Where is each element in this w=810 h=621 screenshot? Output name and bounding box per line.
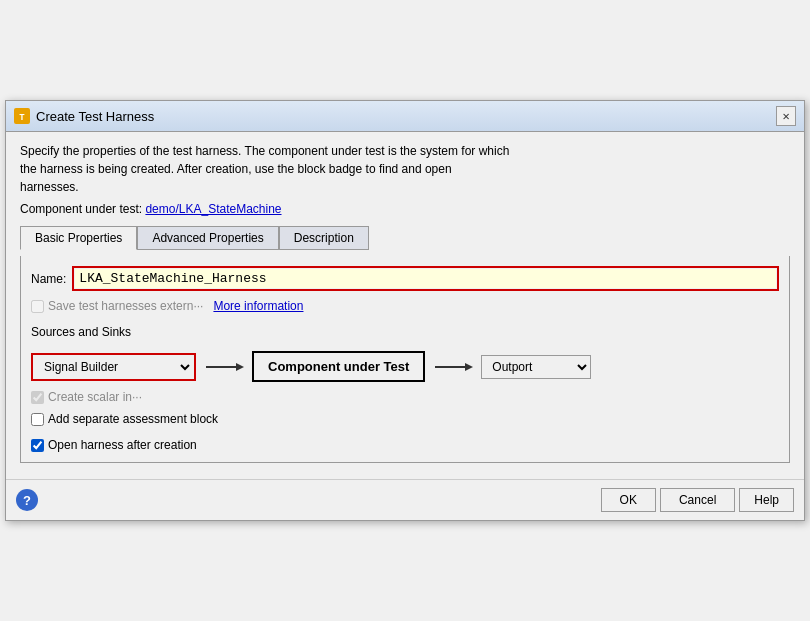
svg-text:T: T [19, 113, 25, 123]
save-label-text: Save test harnesses extern··· [48, 299, 203, 313]
close-button[interactable]: ✕ [776, 106, 796, 126]
sources-sinks-row: Signal Builder Simulink Design Verifier … [31, 351, 779, 382]
save-checkbox[interactable] [31, 300, 44, 313]
create-scalar-text: Create scalar in··· [48, 390, 142, 404]
add-separate-row: Add separate assessment block [31, 412, 779, 426]
tab-advanced-properties[interactable]: Advanced Properties [137, 226, 278, 250]
arrow-to-component [204, 357, 244, 377]
open-harness-text: Open harness after creation [48, 438, 197, 452]
tab-description[interactable]: Description [279, 226, 369, 250]
help-button[interactable]: Help [739, 488, 794, 512]
component-line: Component under test: demo/LKA_StateMach… [20, 202, 790, 216]
bottom-bar: ? OK Cancel Help [6, 479, 804, 520]
open-harness-label-wrapper[interactable]: Open harness after creation [31, 438, 197, 452]
name-row: Name: [31, 266, 779, 291]
sources-sinks-label: Sources and Sinks [31, 325, 779, 339]
bottom-buttons: OK Cancel Help [601, 488, 794, 512]
outport-dropdown[interactable]: Outport Scope To Workspace [481, 355, 591, 379]
name-label: Name: [31, 272, 66, 286]
component-label: Component under test: [20, 202, 142, 216]
dialog-body: Specify the properties of the test harne… [6, 132, 804, 479]
svg-marker-5 [465, 363, 473, 371]
tabs-row: Basic Properties Advanced Properties Des… [20, 226, 790, 250]
tab-content: Name: Save test harnesses extern··· More… [20, 256, 790, 463]
dialog-title: Create Test Harness [36, 109, 154, 124]
ok-button[interactable]: OK [601, 488, 656, 512]
save-row: Save test harnesses extern··· More infor… [31, 299, 779, 313]
name-input[interactable] [75, 269, 776, 288]
svg-marker-3 [236, 363, 244, 371]
create-scalar-checkbox[interactable] [31, 391, 44, 404]
description-text: Specify the properties of the test harne… [20, 142, 790, 196]
component-under-test-box: Component under Test [252, 351, 425, 382]
open-harness-checkbox[interactable] [31, 439, 44, 452]
tab-basic-properties[interactable]: Basic Properties [20, 226, 137, 250]
arrow-to-outport [433, 357, 473, 377]
create-test-harness-dialog: T Create Test Harness ✕ Specify the prop… [5, 100, 805, 521]
signal-builder-wrapper: Signal Builder Simulink Design Verifier … [31, 353, 196, 381]
more-info-link[interactable]: More information [213, 299, 303, 313]
help-icon-button[interactable]: ? [16, 489, 38, 511]
cancel-button[interactable]: Cancel [660, 488, 735, 512]
signal-builder-dropdown[interactable]: Signal Builder Simulink Design Verifier … [34, 356, 193, 378]
add-separate-text: Add separate assessment block [48, 412, 218, 426]
dialog-icon: T [14, 108, 30, 124]
title-bar: T Create Test Harness ✕ [6, 101, 804, 132]
add-separate-checkbox[interactable] [31, 413, 44, 426]
name-input-wrapper [72, 266, 779, 291]
component-link[interactable]: demo/LKA_StateMachine [145, 202, 281, 216]
open-harness-row: Open harness after creation [31, 438, 779, 452]
save-checkbox-label[interactable]: Save test harnesses extern··· [31, 299, 203, 313]
add-separate-label-wrapper[interactable]: Add separate assessment block [31, 412, 218, 426]
create-scalar-label-wrapper[interactable]: Create scalar in··· [31, 390, 142, 404]
create-scalar-row: Create scalar in··· [31, 390, 779, 404]
title-bar-left: T Create Test Harness [14, 108, 154, 124]
